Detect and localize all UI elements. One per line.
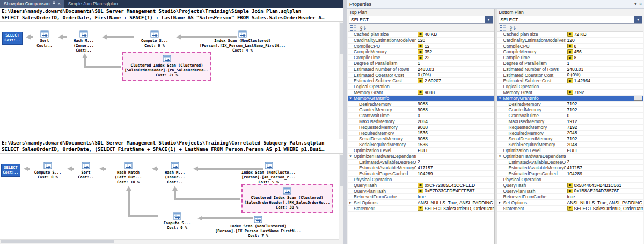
property-row-optimization-level[interactable]: Optimization LevelFULL (497, 148, 644, 154)
property-row-physical-operation[interactable]: Physical Operation (348, 177, 494, 183)
property-row-compiletime[interactable]: CompileTime≠8 (497, 55, 644, 61)
property-row-requiredmemory[interactable]: RequiredMemory2048 (497, 131, 644, 137)
ellipsis-button[interactable]: … (634, 96, 642, 101)
property-row-set-options[interactable]: ▸Set OptionsANSI_NULLS: True, ANSI_PADDI… (497, 200, 644, 206)
plan-node-index-scan-ix[interactable]: Index Scan (NonClustered)[Person].[IX_Pe… (213, 215, 304, 239)
property-row-desiredmemory[interactable]: DesiredMemory9088 (348, 102, 494, 107)
property-row-memorygrantinfo[interactable]: ▾MemoryGrantInfo (348, 96, 494, 102)
plan-node-hash-match[interactable]: Hash M...(Inner...Cost:.. (68, 30, 100, 53)
collapse-icon[interactable]: ▾ (348, 154, 353, 159)
property-row-queryplanhash[interactable]: QueryPlanHash≠0xE7D33CFDE4FFFB87 (348, 189, 494, 195)
scrollbar-thumb[interactable] (340, 23, 343, 54)
property-row-queryplanhash[interactable]: QueryPlanHash≠0x1B8AE234D78576F (497, 189, 644, 195)
plan-node-clustered-index-scan-highlighted[interactable]: Clustered Index Scan (Clustered)[SalesOr… (241, 184, 333, 213)
chevron-down-icon[interactable]: ▼ (634, 16, 642, 23)
property-row-estimated-operator-cost[interactable]: Estimated Operator Cost0 (0%) (348, 73, 494, 78)
alphabetical-sort-button[interactable]: AZ (359, 25, 368, 31)
property-row-cardinalityestimationmodelversion[interactable]: CardinalityEstimationModelVersion120 (348, 38, 494, 44)
property-row-memorygrantinfo[interactable]: ▾MemoryGrantInfo… (497, 96, 644, 102)
categorized-button[interactable] (349, 25, 357, 31)
property-row-estimated-operator-cost[interactable]: Estimated Operator Cost0 (0%) (497, 73, 644, 78)
property-row-maxusedmemory[interactable]: MaxUsedMemory2064 (348, 119, 494, 125)
collapse-icon[interactable]: ▾ (497, 154, 503, 159)
property-row-logical-operation[interactable]: Logical Operation (497, 84, 644, 90)
tab-showplan-comparison[interactable]: Showplan Comparison × (0, 0, 64, 8)
plan-node-select[interactable]: SELECTCost:.. (1, 164, 20, 177)
property-row-degree-of-parallelism[interactable]: Degree of Parallelism1 (348, 61, 494, 67)
property-row-desiredmemory[interactable]: DesiredMemory7192 (497, 102, 644, 107)
property-row-grantwaittime[interactable]: GrantWaitTime0 (497, 113, 644, 119)
plan-node-compute-scalar[interactable]: Compute S...Cost: 0 % (30, 161, 65, 180)
property-row-grantedmemory[interactable]: GrantedMemory7192 (497, 107, 644, 113)
pin-icon[interactable] (52, 1, 56, 7)
plan-node-select[interactable]: SELECTCost:.. (2, 32, 23, 45)
expand-icon[interactable]: ▸ (348, 200, 353, 205)
collapse-icon[interactable]: ▾ (497, 96, 503, 101)
close-icon[interactable]: × (639, 2, 642, 6)
property-row-queryhash[interactable]: QueryHash≠0xCF72885E41CCFEED (348, 183, 494, 189)
vertical-scrollbar[interactable] (339, 22, 343, 139)
property-row-physical-operation[interactable]: Physical Operation (497, 177, 644, 183)
property-row-estimatedavailabledegreeofpar[interactable]: EstimatedAvailableDegreeOfPar2 (497, 160, 644, 166)
property-row-grantwaittime[interactable]: GrantWaitTime0 (348, 113, 494, 119)
property-row-estimatedpagescached[interactable]: EstimatedPagesCached104289 (348, 171, 494, 177)
property-row-estimatedavailablememorygrant[interactable]: EstimatedAvailableMemoryGrant417157 (497, 165, 644, 171)
property-row-estimated-subtree-cost[interactable]: Estimated Subtree Cost≠1.42964 (497, 78, 644, 84)
property-row-estimated-number-of-rows[interactable]: Estimated Number of Rows2483.03 (497, 67, 644, 73)
property-row-estimatedpagescached[interactable]: EstimatedPagesCached104289 (497, 171, 644, 177)
window-position-icon[interactable]: ▾ (634, 2, 636, 6)
close-icon[interactable]: × (58, 2, 61, 6)
plan-node-hash-match-inner[interactable]: Hash M...(Inner...Cost:.. (159, 161, 191, 185)
property-row-estimatedavailabledegreeofpar[interactable]: EstimatedAvailableDegreeOfPar2 (348, 160, 494, 166)
property-row-compilememory[interactable]: CompileMemory≠456 (497, 49, 644, 55)
property-row-memory-grant[interactable]: Memory Grant≠9088 (348, 90, 494, 96)
property-row-statement[interactable]: Statement≠SELECT SalesOrderID, OrderDate… (348, 206, 494, 212)
scrollbar-thumb[interactable] (340, 155, 343, 186)
property-row-serialrequiredmemory[interactable]: SerialRequiredMemory1536 (348, 142, 494, 148)
property-row-statement[interactable]: Statement≠SELECT SalesOrderID, OrderDate… (497, 206, 644, 212)
property-row-estimated-subtree-cost[interactable]: Estimated Subtree Cost≠2.60207 (348, 78, 494, 84)
property-row-compilememory[interactable]: CompileMemory≠352 (348, 49, 494, 55)
scrollbar-thumb[interactable] (1, 240, 114, 243)
property-row-requiredmemory[interactable]: RequiredMemory1536 (348, 131, 494, 137)
property-row-optimizerhardwaredependentprope[interactable]: ▾OptimizerHardwareDependentPrope (348, 154, 494, 160)
plan-node-compute-scalar-2[interactable]: Compute S...Cost: 0 % (159, 212, 195, 231)
property-row-compiletime[interactable]: CompileTime≠22 (348, 55, 494, 61)
property-row-cached-plan-size[interactable]: Cached plan size≠72 KB (497, 32, 644, 38)
bottom-plan-node-selector[interactable]: SELECT ▼ (499, 16, 643, 24)
property-row-maxusedmemory[interactable]: MaxUsedMemory1912 (497, 119, 644, 125)
property-row-serialrequiredmemory[interactable]: SerialRequiredMemory2048 (497, 142, 644, 148)
property-row-set-options[interactable]: ▸Set OptionsANSI_NULLS: True, ANSI_PADDI… (348, 200, 494, 206)
tab-simple-join-plan[interactable]: Simple Join Plan.sqlplan (64, 0, 122, 8)
property-row-requestedmemory[interactable]: RequestedMemory9088 (348, 125, 494, 131)
horizontal-scrollbar[interactable] (0, 239, 339, 244)
top-plan-node-selector[interactable]: SELECT ▼ (349, 16, 493, 24)
property-row-serialdesiredmemory[interactable]: SerialDesiredMemory9088 (348, 136, 494, 142)
plan-node-index-scan-ak[interactable]: Index Scan (NonCluste...[Person].[AK_Per… (219, 161, 318, 185)
property-row-compilecpu[interactable]: CompileCPU≠8 (497, 44, 644, 49)
plan-node-sort[interactable]: SortCost:.. (74, 161, 98, 180)
plan-node-compute-scalar[interactable]: Compute S...Cost: 0 % (135, 30, 174, 48)
property-row-retrievedfromcache[interactable]: RetrievedFromCachetrue (497, 194, 644, 200)
alphabetical-sort-button[interactable]: AZ (509, 25, 517, 31)
property-row-estimatedavailablememorygrant[interactable]: EstimatedAvailableMemoryGrant417157 (348, 165, 494, 171)
plan-node-index-scan[interactable]: Index Scan (NonClustered)[Person].[IX_Pe… (189, 30, 296, 53)
property-row-retrievedfromcache[interactable]: RetrievedFromCachetrue (348, 194, 494, 200)
expand-icon[interactable]: ▸ (497, 200, 503, 205)
property-row-grantedmemory[interactable]: GrantedMemory9088 (348, 107, 494, 113)
collapse-icon[interactable]: ▾ (348, 96, 353, 101)
property-row-requestedmemory[interactable]: RequestedMemory7192 (497, 125, 644, 131)
property-row-compilecpu[interactable]: CompileCPU≠12 (348, 44, 494, 49)
property-row-logical-operation[interactable]: Logical Operation (348, 84, 494, 90)
property-row-memory-grant[interactable]: Memory Grant≠7192 (497, 90, 644, 96)
property-row-degree-of-parallelism[interactable]: Degree of Parallelism1 (497, 61, 644, 67)
property-row-estimated-number-of-rows[interactable]: Estimated Number of Rows2483.03 (348, 67, 494, 73)
vertical-scrollbar[interactable] (339, 154, 343, 244)
plan-node-hash-match-left-outer[interactable]: Hash Match(Left Out...Cost: 10 % (106, 161, 150, 185)
property-row-queryhash[interactable]: QueryHash≠0x5844043FB4B1C661 (497, 183, 644, 189)
plan-node-sort[interactable]: SortCost:.. (33, 30, 56, 48)
property-row-serialdesiredmemory[interactable]: SerialDesiredMemory7192 (497, 136, 644, 142)
property-row-optimization-level[interactable]: Optimization LevelFULL (348, 148, 494, 154)
property-row-optimizerhardwaredependentprope[interactable]: ▾OptimizerHardwareDependentPrope (497, 154, 644, 160)
categorized-button[interactable] (499, 25, 507, 31)
